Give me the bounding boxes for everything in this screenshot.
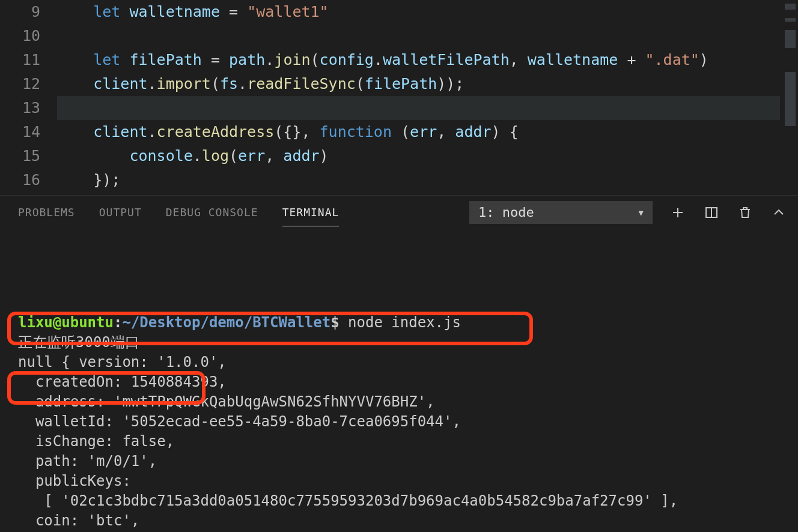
tab-terminal[interactable]: TERMINAL	[282, 199, 340, 226]
tab-debug-console[interactable]: DEBUG CONSOLE	[166, 199, 258, 226]
code-line[interactable]: client.createAddress({}, function (err, …	[57, 120, 780, 144]
code-line[interactable]: console.log(err, addr)	[57, 144, 780, 168]
line-number: 10	[0, 24, 40, 48]
chevron-up-icon	[772, 205, 786, 220]
new-terminal-button[interactable]	[669, 204, 686, 221]
trash-icon	[738, 205, 752, 220]
terminal-selector-value: 1: node	[478, 205, 534, 220]
code-line[interactable]: client.import(fs.readFileSync(filePath))…	[57, 72, 780, 96]
panel-header: PROBLEMS OUTPUT DEBUG CONSOLE TERMINAL 1…	[0, 196, 798, 229]
panel-controls: 1: node ▼	[469, 201, 787, 224]
terminal-line: publicKeys:	[18, 471, 780, 491]
line-number: 13	[0, 96, 40, 120]
line-number: 9	[0, 0, 40, 24]
terminal-prompt-line: lixu@ubuntu:~/Desktop/demo/BTCWallet$ no…	[18, 313, 780, 333]
line-number: 14	[0, 120, 40, 144]
tab-output[interactable]: OUTPUT	[99, 199, 142, 226]
split-panel-icon	[704, 205, 719, 220]
prompt-colon: :	[114, 314, 122, 331]
terminal-line: walletId: '5052ecad-ee55-4a59-8ba0-7cea0…	[18, 412, 780, 432]
split-terminal-button[interactable]	[703, 204, 720, 221]
line-number-gutter: 910111213141516	[0, 0, 57, 195]
maximize-panel-button[interactable]	[770, 204, 787, 221]
chevron-down-icon: ▼	[639, 208, 644, 217]
terminal-line: createdOn: 1540884393,	[18, 372, 780, 392]
terminal-line: [ '02c1c3bdbc715a3dd0a051480c77559593203…	[18, 491, 780, 511]
line-number: 15	[0, 144, 40, 168]
kill-terminal-button[interactable]	[737, 204, 754, 221]
editor-area[interactable]: 910111213141516 let walletname = "wallet…	[0, 0, 798, 195]
terminal-line: coin: 'btc',	[18, 511, 780, 531]
minimap[interactable]	[780, 0, 798, 195]
terminal-line: 正在监听3000端口	[18, 333, 780, 352]
tab-problems[interactable]: PROBLEMS	[18, 199, 75, 226]
terminal-line: path: 'm/0/1',	[18, 452, 780, 471]
code-content[interactable]: let walletname = "wallet1" let filePath …	[57, 0, 780, 195]
plus-icon	[671, 205, 685, 220]
terminal-selector-dropdown[interactable]: 1: node ▼	[469, 201, 653, 224]
prompt-command: node index.js	[340, 314, 461, 331]
prompt-dollar: $	[330, 314, 339, 331]
terminal-line: isChange: false,	[18, 432, 780, 452]
panel-tabs: PROBLEMS OUTPUT DEBUG CONSOLE TERMINAL	[18, 199, 339, 226]
terminal-line: address: 'mwtTPpQWGkQabUqgAwSN62SfhNYVV7…	[18, 392, 780, 412]
code-line[interactable]: let walletname = "wallet1"	[57, 0, 780, 24]
prompt-path: ~/Desktop/demo/BTCWallet	[122, 314, 330, 331]
line-number: 11	[0, 48, 40, 72]
code-line[interactable]: let filePath = path.join(config.walletFi…	[57, 48, 780, 72]
line-number: 12	[0, 72, 40, 96]
code-line[interactable]	[57, 24, 780, 48]
prompt-user: lixu@ubuntu	[18, 314, 114, 331]
code-line[interactable]	[57, 96, 780, 120]
code-line[interactable]: });	[57, 168, 780, 192]
terminal-line: null { version: '1.0.0',	[18, 352, 780, 372]
line-number: 16	[0, 168, 40, 192]
bottom-panel: PROBLEMS OUTPUT DEBUG CONSOLE TERMINAL 1…	[0, 195, 798, 532]
terminal-output[interactable]: lixu@ubuntu:~/Desktop/demo/BTCWallet$ no…	[0, 229, 798, 532]
